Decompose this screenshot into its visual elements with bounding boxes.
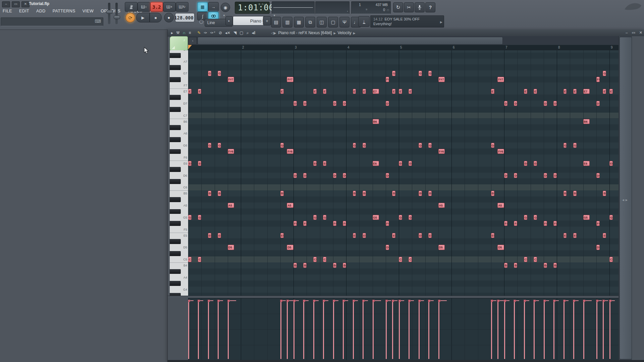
note-b4-b27[interactable]: B4 — [544, 263, 547, 268]
note-c5-b16.75[interactable]: C5 — [409, 257, 412, 262]
note-b5-b23[interactable]: B5 — [491, 191, 494, 196]
note-fs5-b8.75[interactable]: F#5 — [303, 221, 307, 226]
note-d6-b8.75[interactable]: D6 — [303, 173, 307, 178]
note-e7-b9.5[interactable]: E7 — [313, 89, 317, 94]
note-g7-b31.5[interactable]: G7 — [603, 71, 606, 76]
note-b5-b1.5[interactable]: B5 — [208, 191, 211, 196]
blend-recording-button[interactable]: Ш+ — [163, 2, 176, 12]
note-d7-b11.75[interactable]: D7 — [343, 101, 346, 106]
velocity-stem-b14[interactable] — [373, 300, 374, 359]
pr-close-button[interactable]: ✕ — [639, 31, 642, 35]
note-fs7-b31[interactable]: F#7 — [596, 77, 600, 82]
grid-row-g6[interactable] — [188, 142, 619, 148]
note-fs7-b15[interactable]: F#7 — [386, 77, 389, 82]
note-g6-b1.5[interactable]: G6 — [208, 143, 211, 148]
note-d7-b24.75[interactable]: D7 — [514, 101, 517, 106]
velocity-handle[interactable] — [342, 300, 345, 302]
grid-row-as5[interactable] — [188, 196, 619, 202]
black-key[interactable] — [170, 167, 181, 172]
velocity-handle[interactable] — [353, 300, 355, 302]
piano-roll-header[interactable]: ▸⚒∩≡✎✑✑⁺⊘◂✕◥▢⌕◂‖ ◁▶Piano roll - reFX Nex… — [168, 29, 644, 37]
velocity-handle[interactable] — [286, 300, 289, 302]
grid-row-as7[interactable] — [188, 53, 619, 59]
note-g5-b32[interactable]: G5 — [609, 215, 613, 220]
note-g5-b26.25[interactable]: G5 — [534, 215, 537, 220]
velocity-handle[interactable] — [280, 300, 282, 302]
velocity-stem-b23[interactable] — [491, 300, 492, 359]
note-e7-b23[interactable]: E7 — [491, 89, 494, 94]
velocity-lane[interactable] — [188, 298, 619, 360]
pitch-knob[interactable] — [114, 15, 120, 19]
zoom-magnifier-icon[interactable]: ⌕ — [247, 30, 249, 36]
preview-speaker-icon[interactable]: ◂‖ — [252, 30, 255, 36]
menu-circle-icon[interactable]: ≡ — [189, 30, 191, 36]
note-fs5-b27[interactable]: F#5 — [544, 221, 547, 226]
note-e7-b0.75[interactable]: E7 — [198, 89, 201, 94]
black-key[interactable] — [170, 107, 181, 112]
note-d6-b24.75[interactable]: D6 — [514, 173, 517, 178]
pencil-icon[interactable]: ✎ — [197, 30, 201, 36]
note-d6-b24[interactable]: D6 — [504, 173, 507, 178]
grid-row-b6[interactable] — [188, 119, 619, 125]
note-e6-b9.5[interactable]: E6 — [313, 161, 317, 166]
note-grid[interactable]: E7E6G5C5E7E6G5C5G7G6B5E5G7G6B5E5F#7F#6A5… — [188, 50, 619, 296]
note-b5-b13.25[interactable]: B5 — [363, 191, 366, 196]
note-g5-b16.75[interactable]: G5 — [409, 215, 412, 220]
velocity-stem-b9.5[interactable] — [313, 300, 314, 359]
velocity-handle[interactable] — [438, 300, 440, 302]
volume-knob[interactable] — [106, 10, 113, 14]
note-d5-b19[interactable]: D5 — [438, 245, 445, 250]
velocity-stem-b7[interactable] — [280, 300, 281, 359]
note-fs5-b15[interactable]: F#5 — [386, 221, 389, 226]
record-button[interactable]: ● — [164, 13, 174, 22]
velocity-handle[interactable] — [333, 300, 335, 302]
stop-button[interactable]: ■ — [150, 13, 162, 22]
velocity-stem-b23.5[interactable] — [497, 300, 498, 359]
menu-patterns[interactable]: PATTERNS — [53, 9, 75, 13]
velocity-stem-b3[interactable] — [228, 300, 229, 359]
note-g7-b17.5[interactable]: G7 — [419, 71, 422, 76]
velocity-handle[interactable] — [504, 300, 506, 302]
note-e5-b29.25[interactable]: E5 — [573, 233, 577, 238]
note-b5-b2.25[interactable]: B5 — [218, 191, 221, 196]
velocity-stem-b0[interactable] — [188, 300, 189, 359]
vertical-scrollbar[interactable]: ◄► — [619, 36, 632, 360]
note-a5-b19[interactable]: A5 — [438, 203, 445, 208]
black-key[interactable] — [170, 221, 181, 226]
note-fs5-b11[interactable]: F#5 — [333, 221, 336, 226]
note-e5-b23[interactable]: E5 — [491, 233, 494, 238]
velocity-stem-b13.25[interactable] — [363, 300, 364, 359]
note-d7-b27.75[interactable]: D7 — [553, 101, 557, 106]
note-d7-b8[interactable]: D7 — [293, 101, 297, 106]
note-fs7-b23.5[interactable]: F#7 — [497, 77, 504, 82]
grid-row-e7[interactable] — [188, 88, 619, 95]
note-b5-b15.5[interactable]: B5 — [392, 191, 395, 196]
note-g5-b0[interactable]: G5 — [188, 215, 192, 220]
note-e6-b32[interactable]: E6 — [609, 161, 613, 166]
grid-row-cs5[interactable] — [188, 250, 619, 256]
velocity-stem-b16.75[interactable] — [409, 300, 410, 359]
black-key[interactable] — [170, 53, 181, 58]
note-c5-b10.25[interactable]: C5 — [323, 257, 326, 262]
note-g7-b15.5[interactable]: G7 — [392, 71, 395, 76]
velocity-stem-b27[interactable] — [544, 300, 545, 359]
snap-caret-icon[interactable]: ▼ — [223, 14, 225, 17]
note-d7-b24[interactable]: D7 — [504, 101, 507, 106]
note-e7-b14[interactable]: E7 — [373, 89, 379, 94]
menu-file[interactable]: FILE — [3, 9, 12, 13]
wrench-icon[interactable]: ⚒ — [176, 30, 180, 36]
velocity-handle[interactable] — [385, 300, 388, 302]
velocity-handle[interactable] — [362, 300, 365, 302]
pattern-mode-button[interactable]: ▦ — [197, 2, 208, 12]
velocity-handle[interactable] — [392, 300, 394, 302]
velocity-handle[interactable] — [543, 300, 546, 302]
note-e7-b28.5[interactable]: E7 — [564, 89, 567, 94]
grid-row-g5[interactable] — [188, 215, 619, 221]
note-fs6-b23.5[interactable]: F#6 — [497, 149, 504, 154]
piano-keyboard[interactable]: B7A7G7F7E7D7C7B6A6G6F6E6D6C6B5A5G5F5E5D5… — [170, 50, 189, 296]
tempo-display[interactable]: 128.000▲▼ — [175, 13, 195, 22]
menu-view[interactable]: VIEW — [83, 9, 94, 13]
toggle-piano-roll-button[interactable]: ▦ — [294, 17, 304, 27]
note-e5-b7[interactable]: E5 — [280, 233, 284, 238]
note-fs5-b31[interactable]: F#5 — [596, 221, 600, 226]
